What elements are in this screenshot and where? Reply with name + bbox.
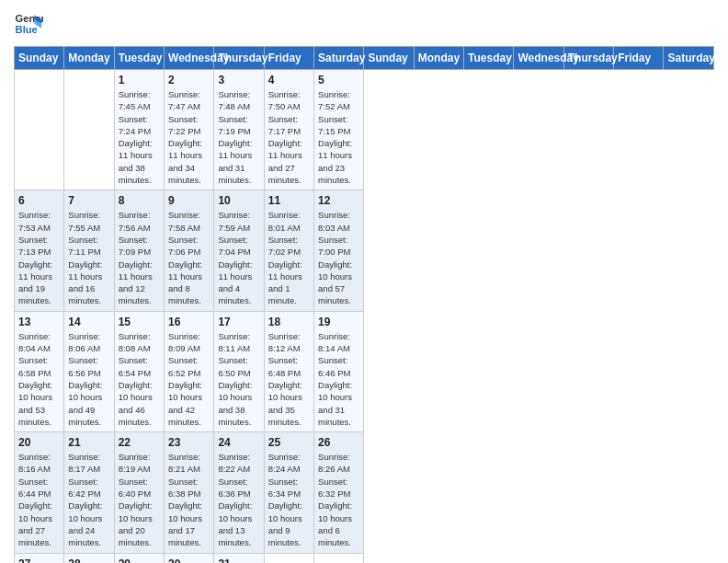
day-number: 8 [119, 194, 160, 207]
day-info: Sunrise: 7:47 AMSunset: 7:22 PMDaylight:… [168, 88, 210, 186]
col-header-wednesday: Wednesday [514, 47, 563, 70]
day-info: Sunrise: 7:48 AMSunset: 7:19 PMDaylight:… [218, 88, 259, 186]
day-number: 1 [119, 74, 160, 86]
col-header-sunday: Sunday [364, 47, 414, 70]
day-info: Sunrise: 7:59 AMSunset: 7:04 PMDaylight:… [218, 209, 259, 306]
day-info: Sunrise: 8:21 AMSunset: 6:38 PMDaylight:… [168, 451, 210, 548]
day-number: 9 [168, 194, 210, 207]
calendar-cell: 19Sunrise: 8:14 AMSunset: 6:46 PMDayligh… [314, 311, 364, 431]
calendar-cell: 24Sunrise: 8:22 AMSunset: 6:36 PMDayligh… [214, 432, 264, 553]
calendar-cell: 30Sunrise: 7:32 AMSunset: 5:25 PMDayligh… [165, 553, 214, 563]
col-header-saturday: Saturday [314, 47, 364, 70]
day-info: Sunrise: 8:09 AMSunset: 6:52 PMDaylight:… [168, 330, 210, 428]
day-info: Sunrise: 8:26 AMSunset: 6:32 PMDaylight:… [318, 451, 359, 548]
day-number: 21 [68, 436, 109, 449]
day-info: Sunrise: 8:12 AMSunset: 6:48 PMDaylight:… [268, 330, 310, 428]
day-info: Sunrise: 8:06 AMSunset: 6:56 PMDaylight:… [68, 330, 109, 428]
calendar-cell [314, 553, 364, 563]
day-number: 27 [18, 557, 60, 564]
calendar-cell: 27Sunrise: 7:27 AMSunset: 5:30 PMDayligh… [15, 553, 64, 563]
day-number: 17 [218, 316, 259, 328]
calendar-cell: 22Sunrise: 8:19 AMSunset: 6:40 PMDayligh… [114, 432, 164, 553]
calendar-cell: 1Sunrise: 7:45 AMSunset: 7:24 PMDaylight… [114, 70, 164, 190]
day-number: 22 [119, 436, 160, 449]
day-info: Sunrise: 7:52 AMSunset: 7:15 PMDaylight:… [318, 88, 359, 186]
day-info: Sunrise: 8:22 AMSunset: 6:36 PMDaylight:… [218, 451, 259, 548]
day-info: Sunrise: 7:55 AMSunset: 7:11 PMDaylight:… [68, 209, 109, 306]
calendar-cell: 21Sunrise: 8:17 AMSunset: 6:42 PMDayligh… [64, 432, 114, 553]
day-info: Sunrise: 8:08 AMSunset: 6:54 PMDaylight:… [119, 330, 160, 428]
calendar-cell: 14Sunrise: 8:06 AMSunset: 6:56 PMDayligh… [64, 311, 114, 431]
calendar-cell: 15Sunrise: 8:08 AMSunset: 6:54 PMDayligh… [114, 311, 164, 431]
calendar-cell: 7Sunrise: 7:55 AMSunset: 7:11 PMDaylight… [64, 190, 114, 311]
calendar-header-row: SundayMondayTuesdayWednesdayThursdayFrid… [15, 47, 714, 70]
calendar-cell: 25Sunrise: 8:24 AMSunset: 6:34 PMDayligh… [264, 432, 313, 553]
calendar-cell: 28Sunrise: 7:29 AMSunset: 5:28 PMDayligh… [64, 553, 114, 563]
logo: General Blue [14, 9, 43, 39]
day-info: Sunrise: 8:11 AMSunset: 6:50 PMDaylight:… [218, 330, 259, 428]
calendar-cell: 17Sunrise: 8:11 AMSunset: 6:50 PMDayligh… [214, 311, 264, 431]
calendar-cell: 5Sunrise: 7:52 AMSunset: 7:15 PMDaylight… [314, 70, 364, 190]
day-number: 14 [68, 316, 109, 328]
day-number: 31 [218, 557, 259, 564]
calendar-week-row: 6Sunrise: 7:53 AMSunset: 7:13 PMDaylight… [15, 190, 714, 311]
col-header-thursday: Thursday [214, 47, 264, 70]
calendar-cell: 12Sunrise: 8:03 AMSunset: 7:00 PMDayligh… [314, 190, 364, 311]
calendar-cell: 10Sunrise: 7:59 AMSunset: 7:04 PMDayligh… [214, 190, 264, 311]
col-header-tuesday: Tuesday [114, 47, 164, 70]
day-number: 24 [218, 436, 259, 449]
calendar-cell: 20Sunrise: 8:16 AMSunset: 6:44 PMDayligh… [15, 432, 64, 553]
logo-icon: General Blue [14, 9, 43, 39]
day-info: Sunrise: 8:19 AMSunset: 6:40 PMDaylight:… [119, 451, 160, 548]
col-header-monday: Monday [64, 47, 114, 70]
col-header-friday: Friday [614, 47, 664, 70]
col-header-thursday: Thursday [563, 47, 613, 70]
day-info: Sunrise: 8:04 AMSunset: 6:58 PMDaylight:… [18, 330, 60, 428]
calendar-cell [15, 70, 64, 190]
col-header-saturday: Saturday [664, 47, 714, 70]
calendar-cell: 29Sunrise: 7:31 AMSunset: 5:26 PMDayligh… [114, 553, 164, 563]
day-number: 28 [68, 557, 109, 564]
calendar-cell [264, 553, 313, 563]
calendar-week-row: 27Sunrise: 7:27 AMSunset: 5:30 PMDayligh… [15, 553, 714, 563]
day-info: Sunrise: 7:56 AMSunset: 7:09 PMDaylight:… [119, 209, 160, 306]
col-header-tuesday: Tuesday [464, 47, 514, 70]
calendar-cell: 2Sunrise: 7:47 AMSunset: 7:22 PMDaylight… [165, 70, 214, 190]
day-number: 2 [168, 74, 210, 86]
calendar-cell: 26Sunrise: 8:26 AMSunset: 6:32 PMDayligh… [314, 432, 364, 553]
day-info: Sunrise: 8:03 AMSunset: 7:00 PMDaylight:… [318, 209, 359, 306]
day-number: 5 [318, 74, 359, 86]
calendar-cell [64, 70, 114, 190]
day-info: Sunrise: 8:17 AMSunset: 6:42 PMDaylight:… [68, 451, 109, 548]
day-info: Sunrise: 8:14 AMSunset: 6:46 PMDaylight:… [318, 330, 359, 428]
page-header: General Blue [14, 9, 714, 39]
day-number: 29 [119, 557, 160, 564]
calendar-table: SundayMondayTuesdayWednesdayThursdayFrid… [14, 46, 714, 563]
calendar-week-row: 20Sunrise: 8:16 AMSunset: 6:44 PMDayligh… [15, 432, 714, 553]
col-header-sunday: Sunday [15, 47, 64, 70]
calendar-cell: 16Sunrise: 8:09 AMSunset: 6:52 PMDayligh… [165, 311, 214, 431]
calendar-cell: 3Sunrise: 7:48 AMSunset: 7:19 PMDaylight… [214, 70, 264, 190]
col-header-wednesday: Wednesday [165, 47, 214, 70]
day-number: 7 [68, 194, 109, 207]
day-info: Sunrise: 8:01 AMSunset: 7:02 PMDaylight:… [268, 209, 310, 306]
calendar-cell: 4Sunrise: 7:50 AMSunset: 7:17 PMDaylight… [264, 70, 313, 190]
day-number: 20 [18, 436, 60, 449]
day-number: 19 [318, 316, 359, 328]
day-number: 3 [218, 74, 259, 86]
day-info: Sunrise: 7:58 AMSunset: 7:06 PMDaylight:… [168, 209, 210, 306]
day-number: 4 [268, 74, 310, 86]
day-info: Sunrise: 8:24 AMSunset: 6:34 PMDaylight:… [268, 451, 310, 548]
svg-text:Blue: Blue [16, 24, 38, 35]
day-number: 13 [18, 316, 60, 328]
day-number: 12 [318, 194, 359, 207]
day-number: 6 [18, 194, 60, 207]
calendar-cell: 9Sunrise: 7:58 AMSunset: 7:06 PMDaylight… [165, 190, 214, 311]
day-number: 18 [268, 316, 310, 328]
calendar-week-row: 1Sunrise: 7:45 AMSunset: 7:24 PMDaylight… [15, 70, 714, 190]
calendar-cell: 23Sunrise: 8:21 AMSunset: 6:38 PMDayligh… [165, 432, 214, 553]
calendar-cell: 31Sunrise: 7:34 AMSunset: 5:23 PMDayligh… [214, 553, 264, 563]
day-number: 30 [168, 557, 210, 564]
calendar-cell: 6Sunrise: 7:53 AMSunset: 7:13 PMDaylight… [15, 190, 64, 311]
calendar-cell: 18Sunrise: 8:12 AMSunset: 6:48 PMDayligh… [264, 311, 313, 431]
